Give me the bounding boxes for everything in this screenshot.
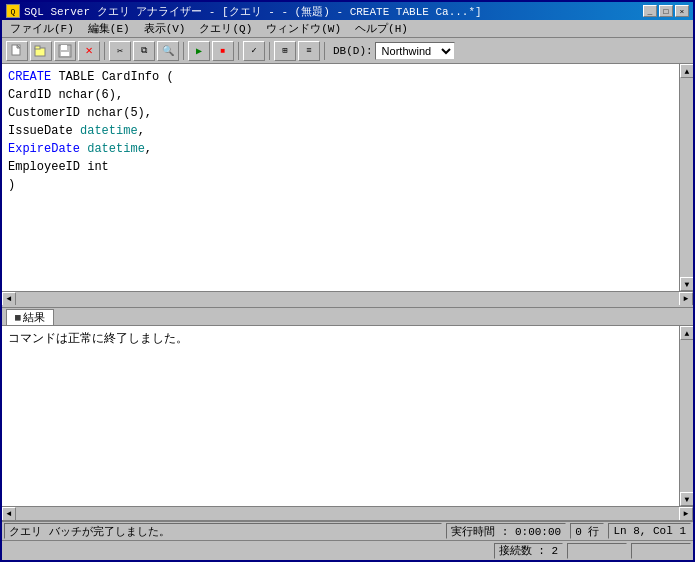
- status-empty-2: [631, 543, 691, 559]
- connection-count: 接続数 : 2: [494, 543, 563, 559]
- app-icon: Q: [6, 4, 20, 18]
- separator-2: [183, 42, 184, 60]
- status-empty-1: [567, 543, 627, 559]
- stop-exec-button[interactable]: ■: [212, 41, 234, 61]
- menu-bar: ファイル(F) 編集(E) 表示(V) クエリ(Q) ウィンドウ(W) ヘルプ(…: [2, 20, 693, 38]
- results-vscroll: ▲ ▼: [679, 326, 693, 506]
- maximize-button[interactable]: □: [659, 5, 673, 17]
- cut-button[interactable]: ✂: [109, 41, 131, 61]
- menu-query[interactable]: クエリ(Q): [193, 20, 258, 37]
- results-scroll-left[interactable]: ◄: [2, 507, 16, 521]
- batch-status: クエリ バッチが完了しました。: [4, 523, 442, 539]
- close-button[interactable]: ×: [675, 5, 689, 17]
- editor-hscroll: ◄ ►: [2, 291, 693, 305]
- results-message: コマンドは正常に終了しました。: [8, 331, 188, 345]
- editor-vscroll: ▲ ▼: [679, 64, 693, 291]
- title-bar-left: Q SQL Server クエリ アナライザー - [クエリ - - (無題) …: [6, 4, 482, 19]
- execute-button[interactable]: ▶: [188, 41, 210, 61]
- stop-button[interactable]: ✕: [78, 41, 100, 61]
- toolbar: ✕ ✂ ⧉ 🔍 ▶ ■ ✓ ⊞ ≡ DB(D): Northwind: [2, 38, 693, 64]
- results-scroll-track: [680, 340, 693, 492]
- menu-edit[interactable]: 編集(E): [82, 20, 136, 37]
- svg-rect-2: [35, 46, 40, 49]
- query-editor-panel: CREATE TABLE CardInfo ( CardID nchar(6),…: [2, 64, 693, 307]
- results-grid-button[interactable]: ⊞: [274, 41, 296, 61]
- cursor-position: Ln 8, Col 1: [608, 523, 691, 539]
- svg-rect-5: [61, 52, 69, 56]
- results-hscroll: ◄ ►: [2, 506, 693, 520]
- results-scroll-area: コマンドは正常に終了しました。 ▲ ▼: [2, 326, 693, 506]
- title-bar: Q SQL Server クエリ アナライザー - [クエリ - - (無題) …: [2, 2, 693, 20]
- results-text-button[interactable]: ≡: [298, 41, 320, 61]
- db-label: DB(D):: [333, 45, 373, 57]
- code-line-7: ): [8, 176, 673, 194]
- save-button[interactable]: [54, 41, 76, 61]
- window-title: SQL Server クエリ アナライザー - [クエリ - - (無題) - …: [24, 4, 482, 19]
- editor-scroll-left[interactable]: ◄: [2, 292, 16, 306]
- exec-time: 実行時間 : 0:00:00: [446, 523, 566, 539]
- menu-view[interactable]: 表示(V): [138, 20, 192, 37]
- results-panel: コマンドは正常に終了しました。 ▲ ▼ ◄ ►: [2, 325, 693, 520]
- content-panels: CREATE TABLE CardInfo ( CardID nchar(6),…: [2, 64, 693, 520]
- results-tab-bar: ▦ 結果: [2, 307, 693, 325]
- status-bar-2: 接続数 : 2: [2, 540, 693, 560]
- code-line-3: CustomerID nchar(5),: [8, 104, 673, 122]
- open-button[interactable]: [30, 41, 52, 61]
- svg-rect-4: [61, 45, 67, 50]
- code-line-5: ExpireDate datetime,: [8, 140, 673, 158]
- db-select[interactable]: Northwind: [375, 42, 455, 60]
- find-button[interactable]: 🔍: [157, 41, 179, 61]
- menu-window[interactable]: ウィンドウ(W): [260, 20, 347, 37]
- editor-scroll-down[interactable]: ▼: [680, 277, 693, 291]
- editor-scroll-track: [680, 78, 693, 277]
- results-text-area: コマンドは正常に終了しました。: [2, 326, 679, 506]
- menu-help[interactable]: ヘルプ(H): [349, 20, 414, 37]
- editor-scroll-area: CREATE TABLE CardInfo ( CardID nchar(6),…: [2, 64, 693, 291]
- code-line-2: CardID nchar(6),: [8, 86, 673, 104]
- editor-text-area[interactable]: CREATE TABLE CardInfo ( CardID nchar(6),…: [2, 64, 679, 291]
- copy-button[interactable]: ⧉: [133, 41, 155, 61]
- menu-file[interactable]: ファイル(F): [4, 20, 80, 37]
- status-bar-1: クエリ バッチが完了しました。 実行時間 : 0:00:00 0 行 Ln 8,…: [2, 520, 693, 540]
- main-window: Q SQL Server クエリ アナライザー - [クエリ - - (無題) …: [0, 0, 695, 562]
- parse-button[interactable]: ✓: [243, 41, 265, 61]
- separator-3: [238, 42, 239, 60]
- separator-1: [104, 42, 105, 60]
- content-area: CREATE TABLE CardInfo ( CardID nchar(6),…: [2, 64, 693, 520]
- rows-count: 0 行: [570, 523, 604, 539]
- results-scroll-down[interactable]: ▼: [680, 492, 693, 506]
- results-tab[interactable]: ▦ 結果: [6, 309, 54, 325]
- results-scroll-up[interactable]: ▲: [680, 326, 693, 340]
- minimize-button[interactable]: _: [643, 5, 657, 17]
- results-tab-icon: ▦: [15, 312, 20, 323]
- new-button[interactable]: [6, 41, 28, 61]
- code-line-1: CREATE TABLE CardInfo (: [8, 68, 673, 86]
- separator-5: [324, 42, 325, 60]
- separator-4: [269, 42, 270, 60]
- editor-scroll-right[interactable]: ►: [679, 292, 693, 306]
- code-line-4: IssueDate datetime,: [8, 122, 673, 140]
- title-bar-buttons: _ □ ×: [643, 5, 689, 17]
- results-tab-label: 結果: [23, 310, 45, 325]
- code-line-6: EmployeeID int: [8, 158, 673, 176]
- editor-scroll-up[interactable]: ▲: [680, 64, 693, 78]
- results-scroll-right[interactable]: ►: [679, 507, 693, 521]
